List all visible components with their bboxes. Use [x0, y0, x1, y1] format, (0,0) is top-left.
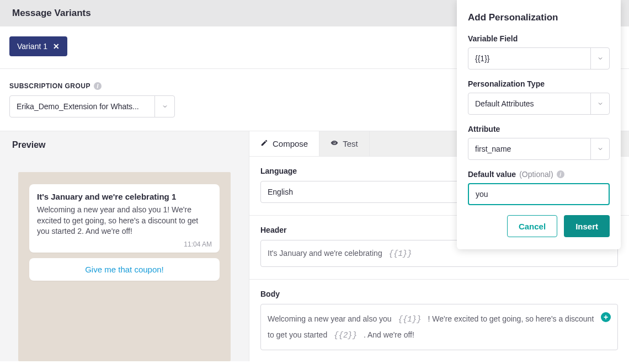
chevron-down-icon	[154, 96, 174, 117]
body-label: Body	[260, 290, 618, 298]
chevron-down-icon	[590, 138, 609, 159]
tab-compose-label: Compose	[273, 139, 308, 148]
personalization-type-group: Personalization Type Default Attributes	[468, 79, 610, 115]
liquid-token[interactable]: {{1}}	[395, 312, 425, 327]
liquid-token[interactable]: {{2}}	[331, 328, 360, 343]
bubble-body: Welcoming a new year and also you 1! We'…	[37, 205, 212, 237]
subscription-group-value: Erika_Demo_Extension for Whats...	[10, 102, 154, 111]
info-icon[interactable]: i	[94, 82, 102, 90]
cancel-button[interactable]: Cancel	[507, 215, 557, 237]
preview-title: Preview	[0, 131, 249, 159]
variable-field-select[interactable]: {{1}}	[468, 47, 610, 69]
page-title: Message Variants	[12, 8, 91, 19]
default-value-label: Default value (Optional) i	[468, 170, 564, 179]
bubble-title: It's January and we're celebrating 1	[37, 192, 212, 201]
body-text-seg1: Welcoming a new year and also you	[268, 314, 394, 323]
body-section: Body Welcoming a new year and also you {…	[249, 280, 629, 361]
default-value-input[interactable]	[468, 183, 610, 205]
personalization-type-select[interactable]: Default Attributes	[468, 93, 610, 115]
subscription-group-label-text: SUBSCRIPTION GROUP	[9, 82, 90, 90]
liquid-token[interactable]: {{1}}	[386, 248, 415, 260]
default-value-label-text: Default value	[468, 170, 516, 179]
personalization-type-label: Personalization Type	[468, 79, 545, 88]
variable-field-label: Variable Field	[468, 34, 518, 43]
attribute-select[interactable]: first_name	[468, 138, 610, 160]
language-value: English	[268, 188, 293, 196]
body-editor[interactable]: Welcoming a new year and also you {{1}} …	[260, 304, 618, 350]
chevron-down-icon	[590, 93, 609, 114]
attribute-label: Attribute	[468, 125, 500, 133]
attribute-group: Attribute first_name	[468, 125, 610, 160]
insert-button[interactable]: Insert	[564, 215, 610, 237]
personalization-panel: Add Personalization Variable Field {{1}}…	[457, 0, 621, 249]
tab-test-label: Test	[343, 139, 358, 148]
variable-field-group: Variable Field {{1}}	[468, 34, 610, 69]
body-text-seg3: . And we're off!	[361, 330, 414, 339]
header-text: It's January and we're celebrating	[268, 249, 385, 258]
eye-icon	[331, 139, 338, 148]
preview-column: Preview It's January and we're celebrati…	[0, 131, 249, 361]
message-bubble: It's January and we're celebrating 1 Wel…	[29, 184, 220, 253]
default-value-optional: (Optional)	[519, 170, 553, 179]
variant-chip-label: Variant 1	[17, 42, 47, 51]
tab-compose[interactable]: Compose	[249, 131, 319, 156]
chevron-down-icon	[590, 48, 609, 69]
info-icon[interactable]: i	[557, 170, 564, 178]
chat-preview-background: It's January and we're celebrating 1 Wel…	[18, 172, 231, 361]
cta-button[interactable]: Give me that coupon!	[29, 258, 220, 281]
tab-test[interactable]: Test	[319, 131, 370, 156]
panel-title: Add Personalization	[468, 12, 610, 23]
variable-field-value: {{1}}	[468, 54, 590, 63]
subscription-group-label: SUBSCRIPTION GROUP i	[9, 82, 102, 90]
panel-buttons: Cancel Insert	[468, 215, 610, 237]
variant-chip[interactable]: Variant 1 ✕	[9, 36, 67, 56]
personalization-type-value: Default Attributes	[468, 99, 590, 108]
add-personalization-button[interactable]: +	[601, 312, 611, 322]
close-icon[interactable]: ✕	[53, 42, 60, 50]
default-value-group: Default value (Optional) i	[468, 170, 610, 205]
bubble-timestamp: 11:04 AM	[37, 240, 212, 248]
attribute-value: first_name	[468, 144, 590, 153]
subscription-group-select[interactable]: Erika_Demo_Extension for Whats...	[9, 95, 175, 117]
pencil-icon	[260, 139, 268, 148]
